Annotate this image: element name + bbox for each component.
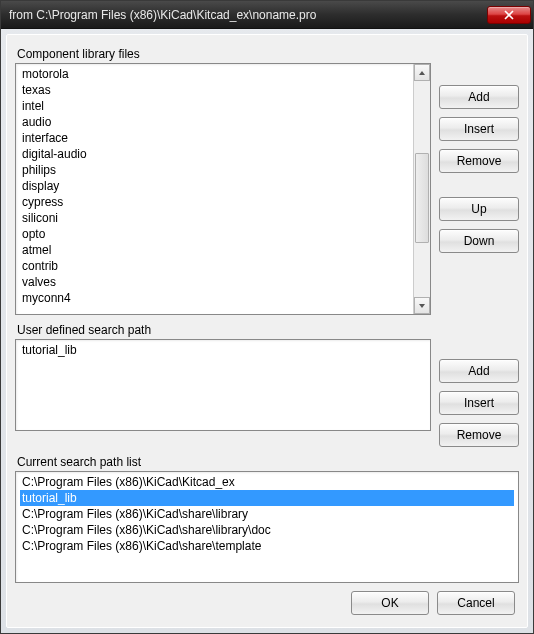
list-item[interactable]: tutorial_lib [20, 490, 514, 506]
dialog-content: Component library files motorolatexasint… [6, 34, 528, 628]
dialog-window: from C:\Program Files (x86)\KiCad\Kitcad… [0, 0, 534, 634]
close-button[interactable] [487, 6, 531, 24]
list-item[interactable]: C:\Program Files (x86)\KiCad\share\libra… [20, 522, 514, 538]
list-item[interactable]: cypress [20, 194, 426, 210]
up-button[interactable]: Up [439, 197, 519, 221]
user-row: tutorial_lib Add Insert Remove [15, 339, 519, 447]
list-item[interactable]: digital-audio [20, 146, 426, 162]
component-library-listbox[interactable]: motorolatexasintelaudiointerfacedigital-… [15, 63, 431, 315]
current-search-path-label: Current search path list [17, 455, 519, 469]
titlebar: from C:\Program Files (x86)\KiCad\Kitcad… [1, 1, 533, 29]
cancel-button[interactable]: Cancel [437, 591, 515, 615]
list-item[interactable]: intel [20, 98, 426, 114]
user-search-path-label: User defined search path [17, 323, 519, 337]
list-item[interactable]: texas [20, 82, 426, 98]
user-button-column: Add Insert Remove [439, 339, 519, 447]
scroll-track[interactable] [414, 81, 430, 297]
list-item[interactable]: display [20, 178, 426, 194]
list-item[interactable]: siliconi [20, 210, 426, 226]
dialog-footer: OK Cancel [15, 583, 519, 619]
component-row: motorolatexasintelaudiointerfacedigital-… [15, 63, 519, 315]
list-item[interactable]: contrib [20, 258, 426, 274]
insert-button[interactable]: Insert [439, 391, 519, 415]
list-item[interactable]: audio [20, 114, 426, 130]
list-item[interactable]: philips [20, 162, 426, 178]
component-button-column: Add Insert Remove Up Down [439, 63, 519, 315]
remove-button[interactable]: Remove [439, 423, 519, 447]
list-item[interactable]: C:\Program Files (x86)\KiCad\Kitcad_ex [20, 474, 514, 490]
insert-button[interactable]: Insert [439, 117, 519, 141]
remove-button[interactable]: Remove [439, 149, 519, 173]
list-item[interactable]: C:\Program Files (x86)\KiCad\share\libra… [20, 506, 514, 522]
ok-button[interactable]: OK [351, 591, 429, 615]
list-item[interactable]: atmel [20, 242, 426, 258]
list-item[interactable]: motorola [20, 66, 426, 82]
down-button[interactable]: Down [439, 229, 519, 253]
list-item[interactable]: C:\Program Files (x86)\KiCad\share\templ… [20, 538, 514, 554]
list-item[interactable]: opto [20, 226, 426, 242]
add-button[interactable]: Add [439, 359, 519, 383]
list-item[interactable]: tutorial_lib [20, 342, 426, 358]
scroll-down-button[interactable] [414, 297, 430, 314]
scroll-up-button[interactable] [414, 64, 430, 81]
scrollbar[interactable] [413, 64, 430, 314]
list-item[interactable]: interface [20, 130, 426, 146]
list-item[interactable]: valves [20, 274, 426, 290]
user-search-path-listbox[interactable]: tutorial_lib [15, 339, 431, 431]
close-icon [504, 10, 514, 20]
current-search-path-listbox[interactable]: C:\Program Files (x86)\KiCad\Kitcad_extu… [15, 471, 519, 583]
add-button[interactable]: Add [439, 85, 519, 109]
window-title: from C:\Program Files (x86)\KiCad\Kitcad… [9, 8, 487, 22]
scroll-thumb[interactable] [415, 153, 429, 243]
component-library-label: Component library files [17, 47, 519, 61]
list-item[interactable]: myconn4 [20, 290, 426, 306]
